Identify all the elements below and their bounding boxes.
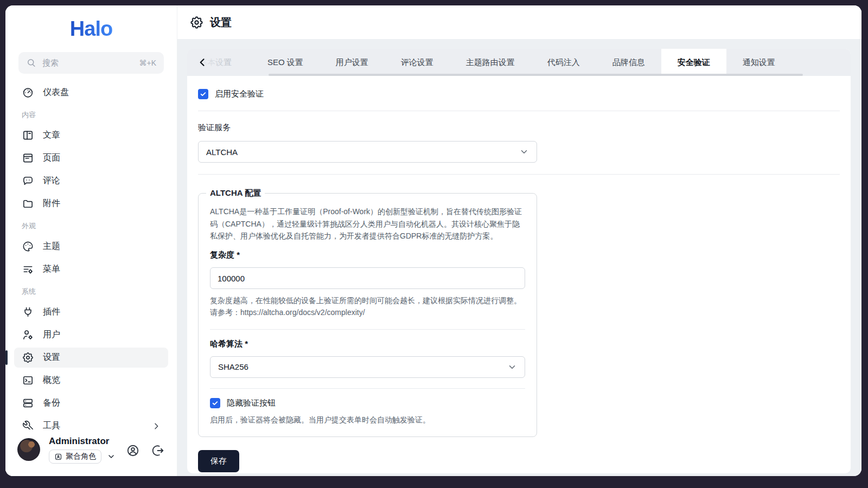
divider bbox=[198, 174, 840, 175]
divider bbox=[210, 388, 525, 389]
shield-user-icon bbox=[54, 453, 62, 461]
divider bbox=[210, 329, 525, 330]
nav-group-label-system: 系统 bbox=[22, 287, 177, 297]
check-icon bbox=[212, 400, 219, 407]
folder-icon bbox=[22, 197, 34, 210]
sidebar-item-label: 工具 bbox=[43, 420, 60, 429]
chevron-down-icon bbox=[507, 362, 517, 372]
page-title: 设置 bbox=[210, 15, 232, 30]
palette-icon bbox=[22, 240, 34, 253]
chevron-down-icon[interactable] bbox=[107, 452, 116, 461]
sidebar-item-tools[interactable]: 工具 bbox=[14, 416, 168, 429]
sidebar: Halo 搜索 ⌘+K 仪表盘 内容 文章 页面 评论 bbox=[5, 5, 177, 476]
sidebar-item-label: 菜单 bbox=[43, 264, 60, 275]
comments-icon bbox=[22, 175, 34, 187]
posts-icon bbox=[22, 129, 34, 142]
wrench-icon bbox=[22, 420, 34, 429]
sidebar-item-settings[interactable]: 设置 bbox=[14, 348, 168, 368]
enable-security-checkbox[interactable] bbox=[198, 89, 208, 99]
sidebar-item-label: 文章 bbox=[43, 130, 60, 141]
avatar[interactable] bbox=[17, 438, 40, 461]
hide-widget-label: 隐藏验证按钮 bbox=[227, 398, 276, 408]
sidebar-item-label: 用户 bbox=[43, 329, 60, 341]
dashboard-icon bbox=[22, 86, 34, 99]
sidebar-item-label: 备份 bbox=[43, 397, 60, 409]
sidebar-item-posts[interactable]: 文章 bbox=[14, 125, 168, 145]
divider bbox=[198, 111, 840, 111]
search-shortcut: ⌘+K bbox=[139, 59, 156, 67]
sidebar-item-backup[interactable]: 备份 bbox=[14, 393, 168, 413]
app-window: Halo 搜索 ⌘+K 仪表盘 内容 文章 页面 评论 bbox=[5, 5, 861, 476]
tabs-scrollbar[interactable] bbox=[269, 74, 803, 76]
tab-code-injection[interactable]: 代码注入 bbox=[531, 49, 596, 76]
sidebar-nav: 仪表盘 内容 文章 页面 评论 附件 外观 主题 bbox=[5, 79, 177, 429]
security-form: 启用安全验证 验证服务 ALTCHA ALTCHA 配置 ALTCHA是一种基于… bbox=[187, 76, 851, 472]
nav-group-label-content: 内容 bbox=[22, 110, 177, 120]
profile-icon[interactable] bbox=[126, 444, 140, 458]
hide-widget-checkbox[interactable] bbox=[210, 398, 220, 408]
sidebar-item-themes[interactable]: 主题 bbox=[14, 236, 168, 256]
altcha-config-fieldset: ALTCHA 配置 ALTCHA是一种基于工作量证明（Proof-of-Work… bbox=[198, 188, 537, 437]
complexity-help: 复杂度越高，在性能较低的设备上验证所需的时间可能会越长，建议根据实际情况进行调整… bbox=[210, 294, 525, 319]
terminal-icon bbox=[22, 374, 34, 387]
sidebar-item-dashboard[interactable]: 仪表盘 bbox=[14, 82, 168, 102]
tab-notification-settings[interactable]: 通知设置 bbox=[726, 49, 792, 76]
plug-icon bbox=[22, 306, 34, 318]
sidebar-item-plugins[interactable]: 插件 bbox=[14, 302, 168, 322]
user-name: Administrator bbox=[49, 436, 116, 447]
tabbar: 基本设置 SEO 设置 用户设置 评论设置 主题路由设置 代码注入 品牌信息 安… bbox=[187, 49, 851, 76]
altcha-description: ALTCHA是一种基于工作量证明（Proof-of-Work）的创新型验证机制，… bbox=[210, 206, 525, 242]
nav-group-label-appearance: 外观 bbox=[22, 221, 177, 231]
search-placeholder: 搜索 bbox=[42, 58, 133, 68]
user-gear-icon bbox=[22, 329, 34, 341]
hash-select-value: SHA256 bbox=[218, 362, 503, 371]
sidebar-item-label: 仪表盘 bbox=[43, 87, 69, 98]
sidebar-item-users[interactable]: 用户 bbox=[14, 325, 168, 345]
chevron-right-icon bbox=[152, 422, 161, 430]
role-badge[interactable]: 聚合角色 bbox=[49, 450, 101, 464]
tab-security-verification[interactable]: 安全验证 bbox=[661, 49, 726, 76]
altcha-config-legend: ALTCHA 配置 bbox=[206, 188, 265, 198]
chevron-down-icon bbox=[519, 147, 529, 157]
hash-algorithm-label: 哈希算法 * bbox=[210, 339, 525, 349]
content: 基本设置 SEO 设置 用户设置 评论设置 主题路由设置 代码注入 品牌信息 安… bbox=[177, 39, 861, 476]
complexity-input[interactable] bbox=[210, 267, 525, 289]
complexity-label: 复杂度 * bbox=[210, 250, 525, 260]
main-area: 设置 基本设置 SEO 设置 用户设置 评论设置 主题路由设置 代码注入 品牌信… bbox=[177, 5, 861, 476]
tab-theme-route-settings[interactable]: 主题路由设置 bbox=[450, 49, 531, 76]
menu-list-icon bbox=[22, 263, 34, 275]
logout-icon[interactable] bbox=[151, 444, 165, 458]
sidebar-item-label: 页面 bbox=[43, 152, 60, 164]
role-badge-label: 聚合角色 bbox=[66, 452, 96, 461]
sidebar-item-pages[interactable]: 页面 bbox=[14, 148, 168, 168]
sidebar-item-attachments[interactable]: 附件 bbox=[14, 194, 168, 214]
service-select[interactable]: ALTCHA bbox=[198, 141, 537, 163]
service-select-value: ALTCHA bbox=[206, 147, 515, 157]
hash-algorithm-select[interactable]: SHA256 bbox=[210, 356, 525, 378]
server-icon bbox=[22, 397, 34, 409]
check-icon bbox=[200, 91, 207, 98]
hide-widget-help: 启用后，验证器将会被隐藏。当用户提交表单时会自动触发验证。 bbox=[210, 414, 525, 426]
sidebar-item-menus[interactable]: 菜单 bbox=[14, 259, 168, 279]
enable-security-label: 启用安全验证 bbox=[215, 89, 264, 99]
logo-wrap: Halo bbox=[5, 5, 177, 52]
sidebar-item-overview[interactable]: 概览 bbox=[14, 370, 168, 390]
sidebar-item-label: 设置 bbox=[43, 352, 60, 363]
halo-logo: Halo bbox=[70, 17, 112, 41]
sidebar-item-label: 主题 bbox=[43, 241, 60, 252]
sidebar-item-label: 概览 bbox=[43, 375, 60, 386]
tab-comment-settings[interactable]: 评论设置 bbox=[385, 49, 450, 76]
search-input[interactable]: 搜索 ⌘+K bbox=[18, 52, 164, 74]
tab-label: 评论设置 bbox=[401, 57, 433, 68]
tab-seo-settings[interactable]: SEO 设置 bbox=[251, 49, 320, 76]
tab-label: SEO 设置 bbox=[267, 57, 303, 68]
service-label: 验证服务 bbox=[198, 123, 840, 133]
tabs-scroll-left-icon[interactable] bbox=[197, 57, 208, 68]
save-button[interactable]: 保存 bbox=[198, 450, 239, 472]
tab-user-settings[interactable]: 用户设置 bbox=[320, 49, 385, 76]
user-area: Administrator 聚合角色 bbox=[5, 429, 177, 476]
tab-brand-info[interactable]: 品牌信息 bbox=[596, 49, 661, 76]
page-header: 设置 bbox=[177, 5, 861, 39]
tab-label: 主题路由设置 bbox=[466, 57, 515, 68]
sidebar-item-comments[interactable]: 评论 bbox=[14, 171, 168, 191]
